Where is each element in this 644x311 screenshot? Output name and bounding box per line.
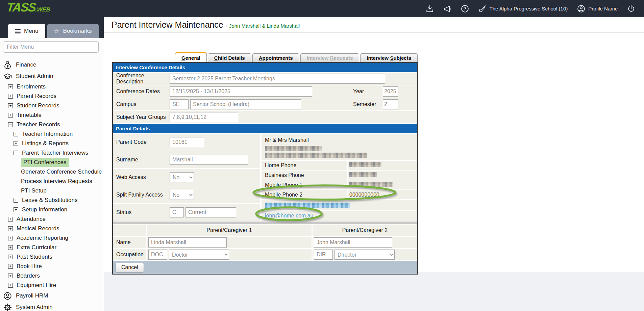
expand-plus-icon[interactable]: + (8, 84, 13, 89)
expand-plus-icon[interactable]: + (8, 217, 13, 222)
sidebar-item-academic-reporting[interactable]: +Academic Reporting (0, 233, 104, 243)
school-selector[interactable]: The Alpha Progressive School (10) (478, 5, 568, 13)
sidebar-item-listings-reports[interactable]: +Listings & Reports (0, 139, 104, 148)
sidebar-item-book-hire[interactable]: +Book Hire (0, 262, 104, 271)
sidebar-item-attendance[interactable]: +Attendance (0, 214, 104, 224)
campus-code-input[interactable] (170, 99, 189, 109)
conference-description-input[interactable] (170, 74, 385, 84)
row-business-phone: Business Phone (262, 171, 417, 180)
caregiver-2-occupation-code-input[interactable] (314, 250, 333, 260)
redacted-email-link[interactable] (265, 203, 350, 208)
sidebar-nav-tabs: Menu ☆ Bookmarks (8, 24, 99, 38)
conference-dates-label: Conference Dates (113, 88, 170, 95)
caregiver-1-header: Parent/Caregiver 1 (147, 225, 312, 236)
sidebar-item-enrolments[interactable]: +Enrolments (0, 82, 104, 92)
caregiver-1-occupation-select[interactable]: Doctor (169, 250, 229, 260)
caregiver-1-occupation-code-input[interactable] (148, 250, 167, 260)
sidebar-item-finance[interactable]: Finance (0, 59, 104, 71)
caregiver-2-name-input[interactable] (314, 237, 392, 248)
sidebar-item-payroll-hrm[interactable]: Payroll HRM (0, 290, 104, 302)
sidebar-item-teacher-information[interactable]: +Teacher Information (0, 129, 104, 139)
sidebar-item-pti-setup[interactable]: PTI Setup (0, 186, 104, 196)
caregiver-table: Parent/Caregiver 1 Parent/Caregiver 2 Na… (113, 224, 417, 261)
web-access-select[interactable]: No (170, 172, 194, 182)
sidebar-item-setup-information[interactable]: +Setup Information (0, 205, 104, 214)
year-input[interactable] (383, 86, 398, 97)
sidebar-item-extra-curricular[interactable]: +Extra Curricular (0, 243, 104, 252)
expand-plus-icon[interactable]: + (8, 255, 13, 259)
tab-interview-subjects[interactable]: Interview Subjects (360, 53, 418, 62)
expand-plus-icon[interactable]: + (8, 283, 13, 288)
sidebar-item-generate-conference-schedule[interactable]: Generate Conference Schedule (0, 167, 104, 177)
sidebar-item-leave-substitutions[interactable]: +Leave & Substitutions (0, 196, 104, 205)
expand-plus-icon[interactable]: + (14, 198, 18, 203)
semester-input[interactable] (383, 99, 398, 109)
expand-plus-icon[interactable]: + (8, 274, 13, 278)
expand-plus-icon[interactable]: + (14, 141, 18, 146)
menu-tab-label: Menu (24, 28, 39, 34)
power-icon[interactable] (627, 5, 635, 13)
campus-name-input[interactable] (190, 99, 301, 109)
bookmarks-tab[interactable]: ☆ Bookmarks (47, 24, 99, 38)
parent-code-label: Parent Code (113, 139, 170, 145)
cancel-button[interactable]: Cancel (116, 263, 144, 273)
row-conference-dates: Conference Dates Year (113, 85, 417, 98)
sidebar-item-process-interview-requests[interactable]: Process Interview Requests (0, 177, 104, 186)
download-icon[interactable] (426, 5, 434, 13)
sidebar-item-medical-records[interactable]: +Medical Records (0, 224, 104, 233)
filter-menu-input[interactable] (3, 41, 99, 53)
sidebar-item-timetable[interactable]: +Timetable (0, 110, 104, 120)
bottom-strip (104, 272, 644, 311)
expand-plus-icon[interactable]: + (14, 207, 18, 212)
expand-plus-icon[interactable]: + (8, 236, 13, 240)
mobile-phone-2-value: 0000000000 (348, 192, 379, 198)
page-subtitle: - John Marshall & Linda Marshall (226, 21, 300, 29)
expand-plus-icon[interactable]: + (8, 245, 13, 250)
menu-tab[interactable]: Menu (8, 24, 45, 38)
subject-year-groups-input[interactable] (170, 112, 238, 122)
address-block: Mr & Mrs Marshall (262, 134, 417, 160)
graduation-cap-icon (3, 72, 12, 81)
sidebar-item-parent-records[interactable]: +Parent Records (0, 92, 104, 101)
key-icon (478, 5, 487, 13)
expand-plus-icon[interactable]: + (8, 226, 13, 231)
expand-plus-icon[interactable]: + (8, 103, 13, 108)
section-conference-details: Interview Conference Details (113, 63, 417, 72)
collapse-minus-icon[interactable]: − (14, 151, 18, 155)
help-icon[interactable] (461, 5, 469, 13)
caregiver-2-occupation-select[interactable]: Director (335, 250, 395, 260)
sidebar-item-teacher-records[interactable]: −Teacher Records (0, 120, 104, 129)
page-header: Parent Interview Maintenance - John Mars… (104, 17, 644, 33)
star-icon: ☆ (54, 28, 60, 34)
sidebar-item-label: Payroll HRM (16, 292, 48, 299)
caregiver-1-name-input[interactable] (148, 237, 227, 248)
parent-details-columns: Parent Code Surname Web Access No (113, 133, 417, 222)
tab-appointments[interactable]: Appointments (252, 53, 299, 62)
megaphone-icon[interactable] (443, 5, 451, 13)
status-name-input[interactable] (185, 207, 236, 217)
sidebar-item-parent-teacher-interviews[interactable]: −Parent Teacher Interviews (0, 148, 104, 158)
campus-label: Campus (113, 101, 170, 107)
expand-plus-icon[interactable]: + (8, 264, 13, 269)
sidebar-item-boarders[interactable]: +Boarders (0, 271, 104, 281)
email-link[interactable]: john@home.com.au (262, 213, 313, 219)
sidebar-item-past-students[interactable]: +Past Students (0, 252, 104, 262)
expand-plus-icon[interactable]: + (8, 113, 13, 118)
sidebar-item-system-admin[interactable]: System Admin (0, 302, 104, 311)
expand-plus-icon[interactable]: + (14, 132, 18, 136)
sidebar-item-pti-conferences[interactable]: PTI Conferences (0, 158, 104, 167)
parent-code-input[interactable] (170, 137, 204, 147)
status-code-input[interactable] (170, 207, 184, 217)
tab-general[interactable]: General (175, 52, 207, 62)
collapse-minus-icon[interactable]: − (8, 122, 13, 127)
split-family-access-select[interactable]: No (170, 190, 194, 200)
sidebar-item-student-records[interactable]: +Student Records (0, 101, 104, 110)
surname-input[interactable] (170, 155, 248, 165)
caregiver-name-row: Name (113, 237, 417, 248)
profile-menu[interactable]: Profile Name (577, 5, 618, 13)
sidebar-item-equipment-hire[interactable]: +Equipment Hire (0, 281, 104, 290)
expand-plus-icon[interactable]: + (8, 94, 13, 99)
conference-dates-input[interactable] (170, 86, 312, 97)
tab-child-details[interactable]: Child Details (208, 53, 251, 62)
sidebar-item-student-admin[interactable]: Student Admin (0, 71, 104, 82)
